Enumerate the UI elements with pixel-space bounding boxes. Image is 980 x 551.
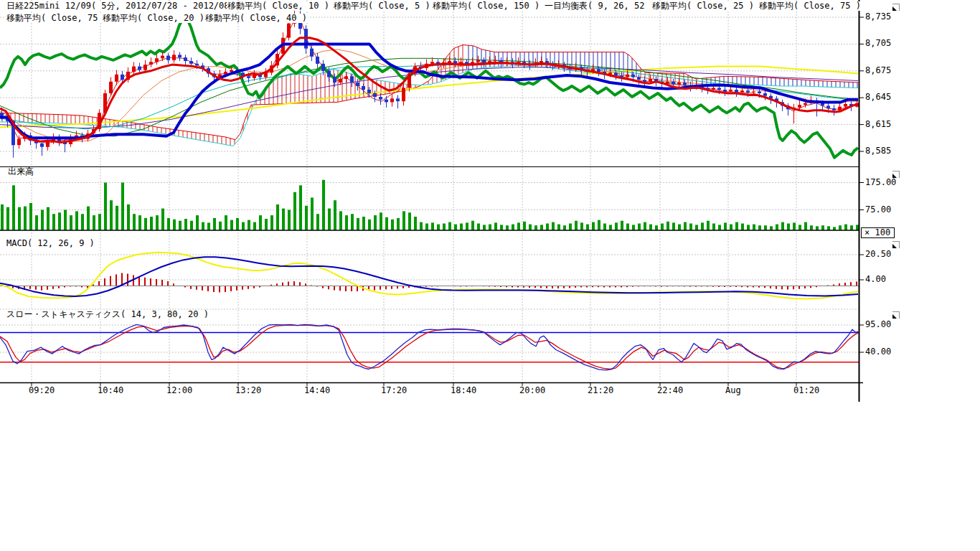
chart-canvas[interactable] <box>0 0 980 551</box>
price-axis-label: 8,675 <box>865 66 891 75</box>
price-axis-label: 8,705 <box>865 39 891 48</box>
volume-axis-label: 175.00 <box>865 178 896 187</box>
volume-panel-label: 出来高 <box>7 167 34 176</box>
legend-symbol-title[interactable]: 日経225mini 12/09( 5分, 2012/07/28 - 2012/0… <box>6 1 256 11</box>
macd-axis-label: 20.50 <box>865 250 891 259</box>
time-axis-label: 01:20 <box>793 386 819 395</box>
chart-window: 出来高 MACD( 12, 26, 9 ) スロー・ストキャスティクス( 14,… <box>0 0 980 551</box>
price-axis-label: 8,735 <box>865 12 891 22</box>
time-axis-label: 20:00 <box>519 386 545 395</box>
time-axis-label: Aug <box>725 386 741 395</box>
time-axis-label: 09:20 <box>29 386 55 395</box>
time-axis-label: 18:40 <box>451 386 476 395</box>
volume-multiplier-badge: × 100 <box>861 227 895 238</box>
stoch-axis-label: 95.00 <box>865 320 891 329</box>
legend-item[interactable]: 移動平均( Close, 75 ) <box>6 14 109 23</box>
time-axis-label: 22:40 <box>657 386 683 395</box>
legend-item[interactable]: 移動平均( Close, 40 ) <box>204 14 308 23</box>
time-axis-label: 10:40 <box>98 386 123 395</box>
legend-item[interactable]: 移動平均( Close, 150 ) <box>432 1 540 11</box>
legend-item[interactable]: 一目均衡表( 9, 26, 52 ) <box>544 1 656 11</box>
time-axis-label: 21:20 <box>588 386 613 395</box>
legend-item[interactable]: 移動平均( Close, 5 ) <box>333 1 431 11</box>
axis-scale-handle-icon[interactable] <box>892 171 900 178</box>
legend-item[interactable]: 移動平均( Close, 75 ) <box>758 1 862 11</box>
axis-scale-handle-icon[interactable] <box>892 4 900 11</box>
time-axis-label: 14:40 <box>304 386 330 395</box>
volume-axis-label: 75.00 <box>865 205 891 215</box>
stochastics-panel-label: スロー・ストキャスティクス( 14, 3, 80, 20 ) <box>6 310 209 319</box>
time-axis-label: 12:00 <box>166 386 192 395</box>
axis-scale-handle-icon[interactable] <box>892 311 900 319</box>
macd-axis-label: 4.00 <box>865 275 886 284</box>
legend-item[interactable]: 移動平均( Close, 20 ) <box>102 14 205 23</box>
time-axis-label: 17:20 <box>381 386 407 395</box>
macd-panel-label: MACD( 12, 26, 9 ) <box>6 239 95 248</box>
price-axis-label: 8,615 <box>865 120 891 129</box>
price-axis-label: 8,645 <box>865 93 891 102</box>
price-axis-label: 8,585 <box>865 146 891 156</box>
legend-item[interactable]: 移動平均( Close, 10 ) <box>227 1 330 11</box>
legend-item[interactable]: 移動平均( Close, 25 ) <box>651 1 755 11</box>
time-axis-label: 13:20 <box>235 386 261 395</box>
axis-scale-handle-icon[interactable] <box>892 241 900 248</box>
stoch-axis-label: 40.00 <box>865 347 891 357</box>
